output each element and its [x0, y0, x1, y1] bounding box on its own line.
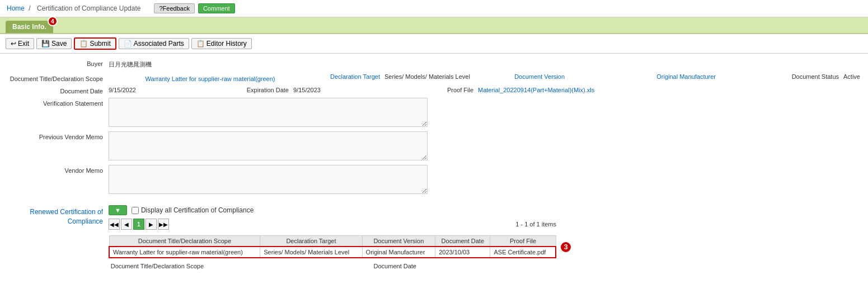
table-row: Warranty Latter for supplier-raw materia… [109, 247, 556, 258]
vendor-memo-row: Vendor Memo [8, 165, 860, 194]
first-page-button[interactable]: ◀◀ [109, 219, 120, 230]
renewal-table-wrapper: Document Title/Declaration Scope Declara… [109, 235, 556, 258]
tab-area: Basic Info. 4 [0, 17, 868, 34]
display-all-checkbox-label: Display all Certification of Compliance [132, 206, 254, 214]
editor-history-label: Editor History [207, 40, 247, 48]
associated-parts-label: Associated Parts [134, 40, 184, 48]
prev-vendor-memo-row: Previous Vendor Memo [8, 131, 860, 160]
col-declaration-target: Declaration Target [260, 236, 362, 247]
doc-title-label-2: Document Title/Declaration Scope [109, 263, 209, 269]
save-label: Save [51, 40, 67, 48]
col-proof-file: Proof File [490, 236, 556, 247]
cell-doc-date: 2023/10/03 [435, 247, 490, 258]
last-page-button[interactable]: ▶▶ [158, 219, 169, 230]
vendor-memo-label: Vendor Memo [8, 165, 109, 174]
breadcrumb-current: Certification of Compliance Update [37, 4, 140, 12]
top-bar: Home / Certification of Compliance Updat… [0, 0, 868, 17]
buyer-label: Buyer [8, 58, 109, 67]
expiration-date-label: Expiration Date [220, 87, 293, 93]
cell-declaration-target: Series/ Models/ Materials Level [260, 247, 362, 258]
pagination: ◀◀ ◀ 1 ▶ ▶▶ 1 - 1 of 1 items [109, 219, 556, 230]
exit-icon: ↩ [11, 40, 16, 48]
next-page-button[interactable]: ▶ [146, 219, 157, 230]
document-date-label: Document Date [8, 86, 109, 94]
prev-page-button[interactable]: ◀ [121, 219, 132, 230]
cell-doc-version: Original Manufacturer [362, 247, 435, 258]
col-doc-title: Document Title/Declaration Scope [109, 236, 260, 247]
breadcrumb-sep1: / [29, 4, 30, 12]
breadcrumb: Home / Certification of Compliance Updat… [7, 4, 143, 12]
declaration-target-label: Declaration Target [312, 73, 384, 80]
exit-button[interactable]: ↩ Exit [6, 38, 34, 49]
submit-icon: 📋 [79, 40, 88, 48]
verification-row: Verification Statement [8, 98, 860, 127]
col-doc-date: Document Date [435, 236, 490, 247]
exit-label: Exit [18, 40, 29, 48]
proof-file-label: Proof File [405, 87, 478, 93]
editor-history-button[interactable]: 📋 Editor History [191, 38, 252, 49]
doc-date-label-2: Document Date [321, 263, 422, 269]
document-status-label: Document Status [776, 73, 843, 80]
display-all-label: Display all Certification of Compliance [141, 206, 254, 214]
prev-vendor-memo-textarea[interactable] [109, 131, 428, 160]
toolbar: ↩ Exit 💾 Save 📋 Submit 📄 Associated Part… [0, 34, 868, 54]
second-labels-section: Document Title/Declaration Scope Documen… [109, 263, 556, 269]
buyer-value: 日月光聰晁測機 [109, 58, 860, 69]
tab-basic-info[interactable]: Basic Info. 4 [6, 21, 53, 33]
declaration-target-value: Series/ Models/ Materials Level [384, 73, 496, 80]
submit-label: Submit [90, 40, 110, 48]
doc-title-label: Document Title/Declaration Scope [8, 73, 109, 82]
associated-parts-button[interactable]: 📄 Associated Parts [119, 38, 189, 49]
proof-file-link[interactable]: Material_20220914(Part+Material)(Mix).xl… [478, 87, 594, 93]
breadcrumb-home[interactable]: Home [7, 4, 25, 12]
document-version-label: Document Version [496, 73, 569, 80]
top-bar-actions: ?Feedback Comment [154, 3, 234, 13]
renewal-dropdown-button[interactable]: ▼ [109, 205, 127, 215]
comment-button[interactable]: Comment [198, 3, 235, 13]
document-status-value: Active [843, 73, 860, 80]
form-area: Buyer 日月光聰晁測機 Document Title/Declaration… [0, 54, 868, 203]
renewal-table: Document Title/Declaration Scope Declara… [109, 235, 556, 258]
save-button[interactable]: 💾 Save [36, 38, 72, 49]
prev-vendor-memo-label: Previous Vendor Memo [8, 131, 109, 140]
tab-badge: 4 [48, 16, 58, 26]
renewal-label: Renewed Certification of Compliance [8, 205, 109, 226]
tab-basic-info-label: Basic Info. [12, 23, 46, 31]
cell-doc-title: Warranty Latter for supplier-raw materia… [109, 247, 260, 258]
page-nav: ◀◀ ◀ 1 ▶ ▶▶ [109, 219, 169, 230]
editor-history-icon: 📋 [196, 40, 205, 48]
buyer-row: Buyer 日月光聰晁測機 [8, 58, 860, 69]
vendor-memo-textarea[interactable] [109, 165, 428, 194]
renewal-section: Renewed Certification of Compliance ▼ Di… [0, 203, 868, 274]
verification-label: Verification Statement [8, 98, 109, 107]
page-info: 1 - 1 of 1 items [515, 221, 556, 228]
current-page-number: 1 [133, 219, 144, 230]
badge-3: 3 [560, 241, 572, 253]
expiration-date-value: 9/15/2023 [293, 87, 405, 93]
doc-title-value: Warranty Latter for supplier-raw materia… [109, 73, 312, 82]
verification-textarea[interactable] [109, 98, 428, 127]
display-all-checkbox[interactable] [132, 207, 139, 214]
col-doc-version: Document Version [362, 236, 435, 247]
save-icon: 💾 [41, 40, 50, 48]
cell-proof-file: ASE Certificate.pdf [490, 247, 556, 258]
submit-button[interactable]: 📋 Submit [74, 37, 116, 50]
associated-parts-icon: 📄 [124, 40, 132, 48]
feedback-button[interactable]: ?Feedback [154, 3, 194, 13]
document-date-value: 9/15/2022 [109, 87, 220, 93]
original-manufacturer-label: Original Manufacturer [636, 73, 720, 80]
